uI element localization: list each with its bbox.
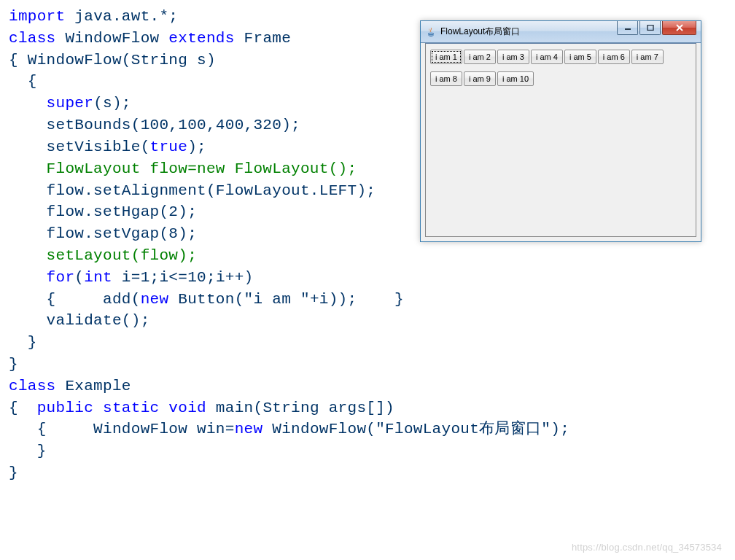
code-text: Frame: [235, 30, 291, 47]
kw-extends: extends: [168, 30, 234, 47]
watermark: https://blog.csdn.net/qq_34573534: [572, 542, 722, 553]
awt-button[interactable]: i am 3: [497, 50, 529, 64]
code-text: validate();: [9, 312, 150, 329]
awt-button[interactable]: i am 10: [497, 71, 534, 86]
code-text: }: [9, 443, 47, 459]
minimize-button[interactable]: [617, 21, 638, 35]
svg-point-1: [429, 34, 433, 36]
kw-class: class: [9, 378, 56, 394]
code-text: flow.setHgap(2);: [9, 203, 197, 220]
kw-new: new: [141, 291, 169, 308]
kw-super: super: [47, 95, 94, 112]
code-text: setVisible(: [9, 139, 150, 155]
code-text: [9, 269, 47, 286]
kw-for: for: [47, 269, 75, 286]
code-text: i=1;i<=10;i++): [112, 269, 254, 286]
awt-button[interactable]: i am 4: [531, 50, 563, 64]
code-text: }: [9, 356, 18, 373]
kw-import: import: [9, 8, 65, 25]
code-text: [9, 95, 47, 112]
close-button[interactable]: [662, 21, 696, 35]
kw-class: class: [9, 30, 56, 47]
code-text: }: [9, 334, 37, 351]
client-area: i am 1 i am 2 i am 3 i am 4 i am 5 i am …: [425, 43, 696, 237]
code-text: }: [9, 464, 18, 481]
code-text: Example: [56, 378, 131, 394]
maximize-button[interactable]: [639, 21, 661, 35]
code-text: flow.setAlignment(FlowLayout.LEFT);: [9, 182, 376, 199]
code-text: main(String args[]): [206, 400, 394, 416]
code-text: );: [187, 139, 206, 155]
awt-button[interactable]: i am 5: [564, 50, 596, 64]
code-text: (: [74, 269, 84, 286]
kw-new: new: [235, 421, 263, 438]
awt-button[interactable]: i am 8: [430, 71, 462, 86]
code-text: flow.setVgap(8);: [9, 225, 197, 242]
window-controls: [617, 21, 701, 36]
code-text: Button("i am "+i)); }: [168, 291, 404, 308]
code-text: {: [9, 400, 37, 416]
svg-rect-3: [648, 26, 653, 31]
code-text: WindowFlow: [56, 30, 169, 47]
kw-psv: public static void: [37, 400, 206, 416]
java-icon: [425, 26, 437, 38]
awt-button[interactable]: i am 9: [464, 71, 496, 86]
code-text: (s);: [93, 95, 131, 112]
kw-int: int: [84, 269, 112, 286]
java-window: FlowLayout布局窗口 i am 1 i am 2 i am 3 i am…: [420, 20, 701, 242]
code-text: {: [9, 73, 37, 90]
code-text: { WindowFlow(String s): [9, 52, 216, 69]
code-text: java.awt.*;: [65, 8, 178, 25]
code-text: setBounds(100,100,400,320);: [9, 117, 300, 133]
code-text: { WindowFlow win=: [9, 421, 235, 438]
awt-button[interactable]: i am 2: [464, 50, 496, 64]
code-green: setLayout(flow);: [9, 247, 197, 264]
awt-button[interactable]: i am 1: [430, 50, 462, 64]
titlebar[interactable]: FlowLayout布局窗口: [421, 21, 701, 43]
code-text: WindowFlow("FlowLayout布局窗口");: [262, 421, 569, 438]
window-title: FlowLayout布局窗口: [440, 26, 520, 38]
svg-rect-2: [625, 28, 631, 30]
kw-true: true: [150, 139, 188, 155]
button-flow: i am 1 i am 2 i am 3 i am 4 i am 5 i am …: [430, 50, 691, 92]
awt-button[interactable]: i am 7: [631, 50, 664, 64]
awt-button[interactable]: i am 6: [598, 50, 630, 64]
code-text: { add(: [9, 291, 141, 308]
code-green: FlowLayout flow=new FlowLayout();: [9, 160, 357, 177]
